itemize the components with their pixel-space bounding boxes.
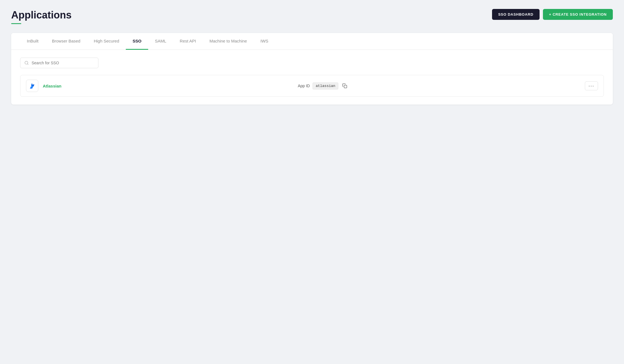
- app-row-left: Atlassian: [26, 80, 62, 92]
- tabs-container: InBuilt Browser Based High Secured SSO S…: [11, 33, 613, 50]
- table-row: Atlassian App ID atlassian ···: [20, 75, 604, 97]
- app-list: Atlassian App ID atlassian ···: [20, 75, 604, 97]
- atlassian-logo-icon: [28, 82, 36, 90]
- page-header: Applications SSO DASHBOARD + CREATE SSO …: [11, 9, 613, 24]
- tab-machine-to-machine[interactable]: Machine to Machine: [203, 33, 254, 50]
- create-sso-button[interactable]: + CREATE SSO INTEGRATION: [543, 9, 613, 20]
- svg-line-1: [27, 64, 28, 65]
- tab-inbuilt[interactable]: InBuilt: [20, 33, 45, 50]
- app-id-label: App ID: [298, 84, 310, 88]
- page-title: Applications: [11, 9, 72, 21]
- more-options-button[interactable]: ···: [585, 81, 598, 90]
- search-box[interactable]: [20, 58, 98, 68]
- tab-browser-based[interactable]: Browser Based: [45, 33, 87, 50]
- search-icon: [24, 61, 29, 65]
- svg-rect-2: [344, 85, 347, 88]
- sso-dashboard-button[interactable]: SSO DASHBOARD: [492, 9, 540, 20]
- app-row-center: App ID atlassian: [298, 82, 348, 89]
- ellipsis-icon: ···: [588, 83, 594, 88]
- app-name[interactable]: Atlassian: [43, 84, 62, 88]
- page-title-section: Applications: [11, 9, 72, 24]
- main-card: InBuilt Browser Based High Secured SSO S…: [11, 33, 613, 105]
- tab-sso[interactable]: SSO: [126, 33, 148, 50]
- app-id-value: atlassian: [313, 82, 338, 89]
- header-actions: SSO DASHBOARD + CREATE SSO INTEGRATION: [492, 9, 613, 20]
- tab-content: Atlassian App ID atlassian ···: [11, 50, 613, 105]
- app-logo: [26, 80, 38, 92]
- search-input[interactable]: [32, 61, 94, 65]
- tab-saml[interactable]: SAML: [148, 33, 173, 50]
- tab-rest-api[interactable]: Rest API: [173, 33, 203, 50]
- copy-app-id-button[interactable]: [341, 82, 348, 89]
- tab-iws[interactable]: IWS: [254, 33, 275, 50]
- title-underline: [11, 23, 21, 24]
- copy-icon: [342, 83, 347, 88]
- tab-high-secured[interactable]: High Secured: [87, 33, 126, 50]
